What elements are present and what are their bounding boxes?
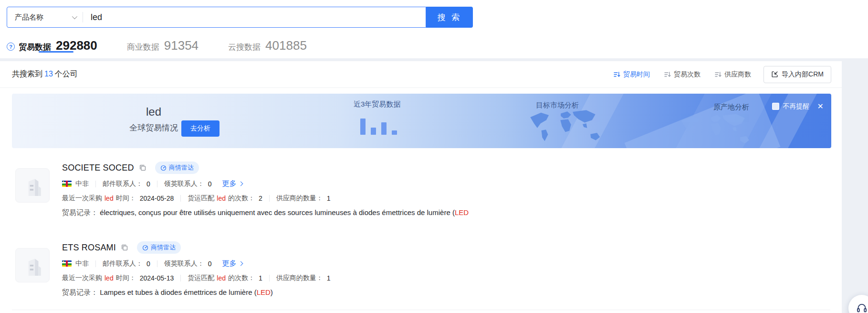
company-logo-placeholder <box>15 248 50 282</box>
company-row: ETS ROSAMI 商情雷达 中非 邮件联系人： 0 <box>15 241 827 297</box>
trade-record-line: 贸易记录： Lampes et tubes à diodes émettrice… <box>62 288 331 297</box>
banner-subtitle: 全球贸易情况 <box>118 122 189 133</box>
trade-record-text: ) <box>271 288 273 296</box>
customer-support-button[interactable] <box>848 295 868 313</box>
copy-icon[interactable] <box>121 244 128 251</box>
sort-label: 贸易时间 <box>623 70 650 79</box>
sort-icon <box>664 71 671 78</box>
linkedin-contacts-count: 0 <box>208 180 212 188</box>
badge-label: 商情雷达 <box>151 243 176 252</box>
keyword-highlight: LED <box>455 208 469 216</box>
sort-icon <box>715 71 722 78</box>
keyword-highlight: led <box>105 194 114 202</box>
supplier-count: 1 <box>327 194 331 202</box>
keyword-highlight: LED <box>257 288 271 296</box>
keyword-highlight: led <box>105 274 114 282</box>
purchase-label: 最近一次采购 <box>62 274 102 282</box>
tab-count: 401885 <box>265 38 307 53</box>
chevron-right-icon <box>238 261 243 266</box>
active-tab-underline <box>39 51 73 53</box>
trade-record-line: 贸易记录： électriques, conçus pour être util… <box>62 208 469 217</box>
linkedin-contacts-count: 0 <box>208 260 212 268</box>
search-input[interactable] <box>83 12 426 22</box>
freight-label: 货运匹配 <box>188 274 214 282</box>
results-count-text: 共搜索到13个公司 <box>12 69 78 79</box>
tab-count: 91354 <box>164 38 199 53</box>
company-name[interactable]: ETS ROSAMI <box>62 243 116 253</box>
origin-analysis-title: 原产地分析 <box>713 103 749 112</box>
trade-chart-title: 近3年贸易数据 <box>354 100 400 109</box>
import-crm-label: 导入内部CRM <box>782 70 824 79</box>
supplier-count: 1 <box>327 274 331 282</box>
analyze-button[interactable]: 去分析 <box>181 120 220 137</box>
help-icon[interactable]: ? <box>7 43 15 51</box>
company-list: SOCIETE SOCED 商情雷达 中非 邮件联系人： 0 <box>15 162 827 313</box>
sort-label: 贸易次数 <box>674 70 701 79</box>
freight-count: 2 <box>259 194 262 202</box>
sort-controls: 贸易时间 贸易次数 供应商数 导入内部CRM <box>599 66 831 83</box>
import-icon <box>771 71 778 78</box>
supplier-label: 供应商的数量： <box>276 194 323 203</box>
purchase-date: 2024-05-28 <box>140 194 174 202</box>
copy-icon[interactable] <box>139 164 146 172</box>
results-prefix: 共搜索到 <box>12 70 42 78</box>
freight-label: 的次数： <box>228 274 255 282</box>
more-label: 更多 <box>222 179 237 188</box>
company-info-line: 中非 邮件联系人： 0 领英联系人： 0 更多 <box>62 179 469 188</box>
banner-keyword: led <box>118 105 189 119</box>
company-details: ETS ROSAMI 商情雷达 中非 邮件联系人： 0 <box>62 241 331 297</box>
search-button[interactable]: 搜 索 <box>426 7 473 28</box>
results-toolbar: 共搜索到13个公司 贸易时间 贸易次数 供应商数 导入内部CRM <box>0 61 842 88</box>
sort-label: 供应商数 <box>724 70 751 79</box>
freight-label: 货运匹配 <box>188 194 214 203</box>
country-name: 中非 <box>75 259 89 268</box>
chevron-down-icon <box>72 14 77 19</box>
purchase-info-line: 最近一次采购 led 时间： 2024-05-28 货运匹配 led 的次数： … <box>62 194 469 203</box>
import-crm-button[interactable]: 导入内部CRM <box>763 66 831 83</box>
dismiss-controls: 不再提醒 ✕ <box>772 102 824 111</box>
tab-business-data[interactable]: 商业数据 91354 <box>127 38 199 53</box>
dismiss-checkbox[interactable] <box>772 103 779 110</box>
purchase-label: 最近一次采购 <box>62 194 102 203</box>
business-radar-badge[interactable]: 商情雷达 <box>155 162 199 174</box>
sort-supplier-count[interactable]: 供应商数 <box>715 70 751 79</box>
more-link[interactable]: 更多 <box>222 179 242 188</box>
country-name: 中非 <box>75 180 89 188</box>
dismiss-label: 不再提醒 <box>783 102 810 111</box>
sort-trade-time[interactable]: 贸易时间 <box>614 70 650 79</box>
headset-icon <box>856 302 868 313</box>
tab-cloud-search-data[interactable]: 云搜数据 401885 <box>228 38 307 53</box>
freight-label: 的次数： <box>228 194 255 203</box>
linkedin-contacts-label: 领英联系人： <box>164 259 204 268</box>
radar-icon <box>160 165 167 171</box>
supplier-label: 供应商的数量： <box>276 274 323 282</box>
email-contacts-count: 0 <box>146 260 150 268</box>
results-suffix: 个公司 <box>55 70 78 78</box>
more-label: 更多 <box>222 259 237 268</box>
company-logo-placeholder <box>15 168 50 203</box>
building-icon <box>21 173 44 197</box>
header: 产品名称 搜 索 ? 贸易数据 292880 商业数据 91354 云搜数据 4… <box>0 0 868 58</box>
badge-label: 商情雷达 <box>169 163 194 172</box>
trade-record-text: électriques, conçus pour être utilisés u… <box>100 208 455 216</box>
world-map-graphic <box>673 113 759 148</box>
tab-label: 云搜数据 <box>228 42 261 53</box>
sort-trade-count[interactable]: 贸易次数 <box>664 70 701 79</box>
divider <box>12 310 830 310</box>
trade-bar <box>360 119 366 135</box>
trade-record-text: Lampes et tubes à diodes émettrices de l… <box>100 288 257 296</box>
business-radar-badge[interactable]: 商情雷达 <box>137 241 181 254</box>
company-info-line: 中非 邮件联系人： 0 领英联系人： 0 更多 <box>62 259 331 268</box>
keyword-highlight: led <box>217 194 226 202</box>
results-panel: 共搜索到13个公司 贸易时间 贸易次数 供应商数 导入内部CRM <box>0 61 842 313</box>
close-icon[interactable]: ✕ <box>817 102 824 111</box>
company-name[interactable]: SOCIETE SOCED <box>62 163 134 173</box>
more-link[interactable]: 更多 <box>222 259 242 268</box>
search-type-select[interactable]: 产品名称 <box>7 7 83 27</box>
trade-bar <box>371 128 376 135</box>
email-contacts-count: 0 <box>146 180 150 188</box>
sort-icon <box>614 71 620 78</box>
company-details: SOCIETE SOCED 商情雷达 中非 邮件联系人： 0 <box>62 162 469 217</box>
keyword-highlight: led <box>217 274 226 282</box>
banner-keyword-block: led 全球贸易情况 <box>118 105 189 133</box>
